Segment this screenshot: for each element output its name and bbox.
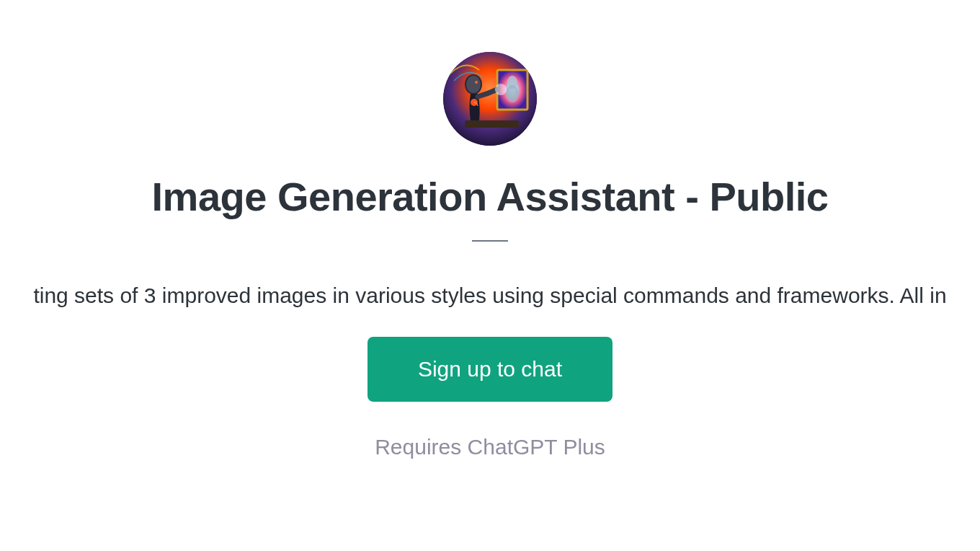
title-divider bbox=[472, 240, 508, 242]
svg-point-8 bbox=[495, 84, 507, 95]
svg-point-5 bbox=[466, 76, 481, 93]
svg-rect-9 bbox=[465, 120, 519, 128]
requires-label: Requires ChatGPT Plus bbox=[375, 435, 605, 459]
signup-button[interactable]: Sign up to chat bbox=[368, 337, 612, 402]
robot-painting-icon bbox=[443, 52, 537, 146]
svg-point-3 bbox=[506, 85, 519, 102]
gpt-avatar bbox=[443, 52, 537, 146]
page-title: Image Generation Assistant - Public bbox=[152, 173, 829, 220]
gpt-description: ting sets of 3 improved images in variou… bbox=[33, 283, 946, 308]
svg-point-6 bbox=[475, 81, 478, 84]
